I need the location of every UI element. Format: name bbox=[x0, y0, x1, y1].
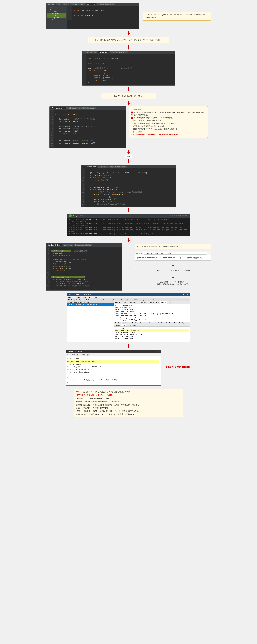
toolbar-go[interactable]: Go bbox=[86, 299, 88, 300]
resp-tab-web[interactable]: WebView bbox=[165, 322, 173, 324]
menu-help[interactable]: Help bbox=[94, 296, 97, 298]
toolbar-filters[interactable]: ≡ Filters bbox=[144, 299, 150, 300]
browser-btn-min[interactable] bbox=[138, 252, 140, 254]
toolbar-any-process[interactable]: Any Process bbox=[110, 299, 118, 300]
tab-model[interactable]: model bbox=[79, 4, 85, 6]
tab2-usercontroller[interactable]: UserController.java bbox=[84, 52, 97, 54]
clear-button[interactable]: 4 Clear bbox=[133, 299, 139, 301]
toolbar-winconfig[interactable]: WinConfig bbox=[68, 299, 75, 300]
notepad-menu-file[interactable]: 文件 bbox=[67, 354, 70, 356]
toolbar-decode[interactable]: Decode bbox=[94, 299, 98, 300]
req-tab-webforms[interactable]: WebForms bbox=[138, 302, 148, 304]
tab-main[interactable]: main.java bbox=[47, 4, 55, 6]
notepad-close[interactable]: ✕ bbox=[158, 351, 160, 352]
toolbar-replay[interactable]: ↺ Replay bbox=[76, 299, 81, 300]
tab2-springapp[interactable]: SpringMvcApplication.java bbox=[110, 52, 128, 54]
tab-springmvc[interactable]: SpringMvc bbox=[70, 4, 78, 6]
toolbar-log[interactable]: □ Log bbox=[140, 299, 144, 300]
resp-tab-hex[interactable]: HexView bbox=[157, 322, 165, 324]
resp-conn-notepad: Connection: keep-alive bbox=[68, 371, 159, 374]
tab3-usercontroller[interactable]: UserController.java × bbox=[51, 107, 66, 109]
resp-date: Date: Tue, 26 Jul 2022 07:47:16 GMT bbox=[115, 334, 189, 336]
tree-item-springmvc[interactable]: ▾ springmvc bbox=[47, 13, 66, 14]
req-tab-headers[interactable]: Headers bbox=[114, 302, 121, 304]
notepad-menu-edit[interactable]: 编辑 bbox=[72, 354, 75, 356]
notepad-menu-help[interactable]: 帮助 bbox=[86, 354, 90, 356]
tab-userinfo[interactable]: UserInfo.java bbox=[86, 4, 96, 6]
tree-item-userinfo[interactable]: UserInfo bbox=[47, 16, 66, 18]
tree-item-model[interactable]: ▾ model bbox=[47, 14, 66, 16]
ide-body-3: 123456789101112131415 public class UserC… bbox=[50, 110, 126, 148]
req-tab-syntax[interactable]: SyntaxView bbox=[129, 302, 138, 304]
msg-5: : Started SpringMvcApplication in 4.558 … bbox=[139, 233, 182, 235]
tab-springapp[interactable]: SpringMvcApplication.java bbox=[97, 4, 115, 6]
notepad-max[interactable]: □ bbox=[156, 351, 157, 352]
toolbar-browse[interactable]: ▣ Browse bbox=[126, 299, 132, 300]
menu-rules[interactable]: Rules bbox=[77, 296, 81, 298]
menu-edit[interactable]: Edit bbox=[73, 296, 75, 298]
resp-tab-caching[interactable]: Caching bbox=[178, 322, 186, 324]
notepad-title: RawGet.btxt - 记事本 bbox=[67, 350, 82, 353]
resp-tab-transformer[interactable]: Transformer bbox=[114, 322, 124, 324]
tree-item-springmvcapp[interactable]: SpringMvcApplication bbox=[47, 18, 66, 20]
section1: main.java com Example SpringMvc model Us… bbox=[6, 1, 251, 51]
req-tab-textview[interactable]: TextView bbox=[121, 302, 129, 304]
annotation-section3: 这里要注意两点： 1关于方法的取名规则有两种：get (getUserById)… bbox=[128, 106, 208, 138]
req-line-accept: Accept: text/html,application/xhtml+xml.… bbox=[115, 315, 189, 317]
tree-item-example[interactable]: ▾ example bbox=[47, 11, 66, 13]
browser-url[interactable]: localhost:8080/getUserById?id=1 bbox=[143, 252, 207, 254]
arrow-head-2 bbox=[128, 48, 130, 50]
menu-file[interactable]: File bbox=[68, 296, 71, 298]
req-tab-auth[interactable]: Auth bbox=[155, 302, 160, 304]
tree-item-com[interactable]: ▾ com bbox=[47, 9, 66, 11]
browser-go[interactable]: → bbox=[208, 252, 210, 254]
browser-btn-close[interactable] bbox=[136, 252, 138, 254]
tab3b-ui[interactable]: UserInfo.java bbox=[98, 166, 108, 168]
class-3: o.s.b.d.a.OptionalLiveReloadServer bbox=[116, 227, 144, 228]
resp-tab-cookies[interactable]: Cookies bbox=[114, 324, 121, 326]
tab5-uc[interactable]: UserController.java × bbox=[47, 244, 62, 246]
toolbar-stream[interactable]: Stream bbox=[88, 299, 93, 300]
toolbar-keep[interactable]: Keep All sessions bbox=[99, 299, 110, 300]
resp-tab-headers[interactable]: Headers bbox=[124, 322, 131, 324]
session-row-1[interactable]: 200 200 HTTP localhost:8080 /getUserById… bbox=[67, 304, 114, 306]
toolbar-save[interactable]: Save bbox=[122, 299, 126, 300]
req-tab-hexview[interactable]: HexView bbox=[148, 302, 155, 304]
fiddler-maximize[interactable]: □ bbox=[185, 294, 186, 296]
menu-tools[interactable]: Tools bbox=[83, 296, 86, 298]
notepad-min[interactable]: — bbox=[154, 351, 156, 352]
resp-tab-json[interactable]: JSON bbox=[126, 324, 132, 326]
req-tab-raw[interactable]: Raw bbox=[168, 302, 172, 304]
tree-item-java[interactable]: ▾ java bbox=[47, 7, 66, 9]
tab5-ui[interactable]: UserInfo.java bbox=[63, 244, 73, 246]
resp-tab-syntax[interactable]: SyntaxView bbox=[139, 322, 148, 324]
tab-example[interactable]: Example bbox=[62, 4, 69, 6]
jiexu-label: 接续 bbox=[125, 154, 132, 158]
tab3-springapp[interactable]: SpringMvcApplication.java bbox=[78, 107, 96, 109]
toolbar-close[interactable]: ✕ → bbox=[82, 299, 85, 300]
tab3b-uc[interactable]: UserController.java × bbox=[82, 166, 97, 168]
section5-left: UserController.java × UserInfo.java Spri… bbox=[46, 243, 122, 290]
notepad-menu-format[interactable]: 格式 bbox=[77, 354, 80, 356]
request-tabs: Headers TextView SyntaxView WebForms Hex… bbox=[114, 302, 190, 304]
tab3-userinfo[interactable]: UserInfo.java bbox=[66, 107, 76, 109]
resp-tab-raw[interactable]: Raw bbox=[121, 324, 126, 326]
req-tab-cookies[interactable]: Cookies bbox=[160, 302, 168, 304]
fiddler-minimize[interactable]: — bbox=[183, 294, 184, 296]
run-button[interactable]: ▶ bbox=[69, 214, 72, 217]
resp-tab-image[interactable]: ImageView bbox=[148, 322, 157, 324]
tab5-app[interactable]: SpringMvcApplication.java bbox=[74, 244, 92, 246]
browser-btn-max[interactable] bbox=[141, 252, 142, 254]
toolbar-find[interactable]: Find bbox=[119, 299, 122, 300]
toolbar-timeline[interactable]: Timeline bbox=[150, 299, 155, 300]
resp-tab-auth[interactable]: Auth bbox=[173, 322, 178, 324]
tab-com[interactable]: com bbox=[56, 4, 61, 6]
fiddler-close[interactable]: ✕ bbox=[187, 294, 188, 296]
tab2-userinfo[interactable]: UserInfo.java × bbox=[98, 52, 110, 54]
console-line-2: 2022-07-26 15:35:51.074 INFO 15093 --- [… bbox=[69, 223, 188, 227]
resp-tab-xml[interactable]: XML bbox=[132, 324, 137, 326]
notepad-menu-view[interactable]: 查看 bbox=[82, 354, 85, 356]
tab3b-app[interactable]: SpringMvcApplication.java bbox=[109, 166, 127, 168]
menu-view[interactable]: View bbox=[88, 296, 92, 298]
resp-tab-textview[interactable]: TextView bbox=[131, 322, 139, 324]
